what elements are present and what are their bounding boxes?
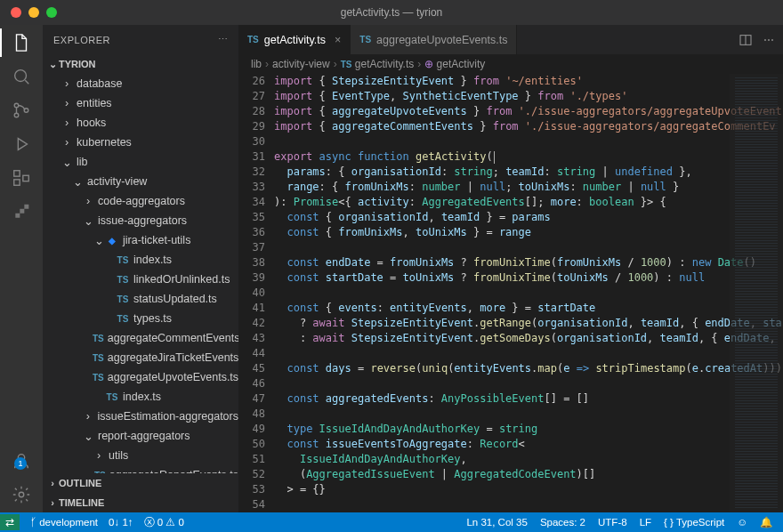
window-title: getActivity.ts — tyrion [341,6,442,19]
language-indicator[interactable]: { } TypeScript [664,517,724,528]
extensions-icon[interactable] [11,167,32,189]
more-icon[interactable]: ⋯ [763,34,774,46]
tree-node[interactable]: TSstatusUpdated.ts [43,289,238,309]
tree-node[interactable]: ›utils [43,446,238,465]
tree-node-label: types.ts [133,312,172,325]
typescript-icon: TS [116,275,130,285]
cursor-position[interactable]: Ln 31, Col 35 [466,517,527,528]
activity-bar: 1 [0,25,43,512]
tree-node-label: issueEstimation-aggregators [98,410,238,423]
typescript-icon: TS [247,35,259,44]
svg-rect-6 [23,175,28,181]
tree-node[interactable]: ⌄activity-view [43,172,238,191]
tree-node[interactable]: ⌄◆jira-ticket-utils [43,230,238,250]
breadcrumb-item[interactable]: TS getActivity.ts [341,58,415,70]
sidebar: EXPLORER ⋯ ⌄TYRION ›database›entities›ho… [43,25,238,512]
tree-node-label: database [77,77,122,90]
explorer-icon[interactable] [11,32,32,53]
breadcrumb-item[interactable]: lib [251,58,262,70]
project-header[interactable]: ⌄TYRION [43,54,238,74]
tree-node-label: code-aggregators [98,195,185,207]
sync-indicator[interactable]: 0↓ 1↑ [109,517,133,528]
tree-node-label: aggregateUpvoteEvents.ts [108,371,238,383]
tree-node-label: index.ts [123,391,161,403]
tree-node-label: issue-aggregators [98,214,187,227]
close-window[interactable] [11,7,21,18]
tree-node[interactable]: ›code-aggregators [43,191,238,211]
editor-tab[interactable]: TSgetActivity.ts× [238,25,351,54]
tree-node[interactable]: ›issueEstimation-aggregators [43,407,238,426]
stepsize-icon[interactable] [11,201,32,222]
sidebar-title: EXPLORER [53,35,110,45]
tree-node[interactable]: ⌄lib [43,152,238,172]
eol-indicator[interactable]: LF [640,517,651,528]
jira-icon: ◆ [105,236,119,246]
tree-node[interactable]: ›hooks [43,113,238,133]
tab-label: getActivity.ts [264,34,326,46]
svg-point-0 [15,70,27,82]
breadcrumb-item[interactable]: ⊕ getActivity [424,58,485,70]
encoding-indicator[interactable]: UTF-8 [598,517,627,528]
split-editor-icon[interactable] [739,33,753,47]
tree-node[interactable]: TSlinkedOrUnlinked.ts [43,270,238,289]
account-icon[interactable]: 1 [11,450,32,472]
sidebar-header: EXPLORER ⋯ [43,25,238,54]
tree-node-label: activity-view [87,175,147,188]
account-badge: 1 [14,457,27,470]
problems-indicator[interactable]: ⓧ 0 ⚠ 0 [144,516,184,529]
breadcrumb-item[interactable]: activity-view [272,58,330,70]
tree-node-label: lib [77,156,88,168]
indent-indicator[interactable]: Spaces: 2 [540,517,585,528]
tree-node[interactable]: TSaggregateReportEvents.ts [43,465,238,473]
tree-node-label: utils [109,449,128,462]
tree-node[interactable]: TStypes.ts [43,309,238,328]
tree-node[interactable]: ⌄report-aggregators [43,426,238,446]
svg-point-1 [14,103,19,108]
feedback-icon[interactable]: ☺ [737,517,747,528]
source-control-icon[interactable] [11,100,32,121]
gear-icon[interactable] [11,484,32,505]
sidebar-more-icon[interactable]: ⋯ [218,34,229,45]
typescript-icon: TS [93,373,104,383]
tree-node[interactable]: ›entities [43,93,238,113]
tab-label: aggregateUpvoteEvents.ts [376,34,507,46]
breadcrumbs[interactable]: lib›activity-view›TS getActivity.ts›⊕ ge… [238,54,783,74]
debug-icon[interactable] [11,133,32,155]
status-bar: ⇄ ᚶ development 0↓ 1↑ ⓧ 0 ⚠ 0 Ln 31, Col… [0,512,783,532]
tree-node[interactable]: TSindex.ts [43,387,238,407]
branch-indicator[interactable]: ᚶ development [30,517,98,528]
tree-node-label: jira-ticket-utils [123,234,190,246]
code-lines[interactable]: import { StepsizeEntityEvent } from '~/e… [274,74,783,512]
typescript-icon: TS [116,255,130,265]
tree-node[interactable]: ›database [43,74,238,93]
tree-node[interactable]: TSaggregateUpvoteEvents.ts [43,367,238,387]
editor: TSgetActivity.ts×TSaggregateUpvoteEvents… [238,25,783,512]
remote-indicator[interactable]: ⇄ [0,514,20,530]
minimap[interactable] [730,74,783,512]
search-icon[interactable] [11,66,32,87]
line-gutter: 2627282930313233343536373839404142434445… [238,74,274,512]
maximize-window[interactable] [46,7,57,18]
window-controls [11,7,57,18]
tree-node-label: index.ts [133,254,172,266]
close-icon[interactable]: × [335,34,341,46]
minimize-window[interactable] [28,7,39,18]
outline-section[interactable]: ›OUTLINE [43,473,238,493]
code-area[interactable]: 2627282930313233343536373839404142434445… [238,74,783,512]
notifications-icon[interactable]: 🔔 [760,516,772,528]
typescript-icon: TS [116,314,130,324]
tree-node[interactable]: TSaggregateCommentEvents.ts [43,328,238,348]
tree-node[interactable]: TSindex.ts [43,250,238,270]
svg-point-2 [14,113,19,117]
editor-tab[interactable]: TSaggregateUpvoteEvents.ts [351,25,517,54]
tree-node-label: aggregateCommentEvents.ts [108,332,238,344]
typescript-icon: TS [105,392,119,402]
timeline-section[interactable]: ›TIMELINE [43,493,238,512]
tree-node[interactable]: ⌄issue-aggregators [43,211,238,230]
tree-node[interactable]: ›kubernetes [43,133,238,152]
typescript-icon: TS [93,334,104,343]
typescript-icon: TS [116,294,130,304]
tree-node-label: linkedOrUnlinked.ts [133,273,230,286]
tree-node[interactable]: TSaggregateJiraTicketEvents.ts [43,348,238,367]
tree-node-label: statusUpdated.ts [133,293,217,305]
